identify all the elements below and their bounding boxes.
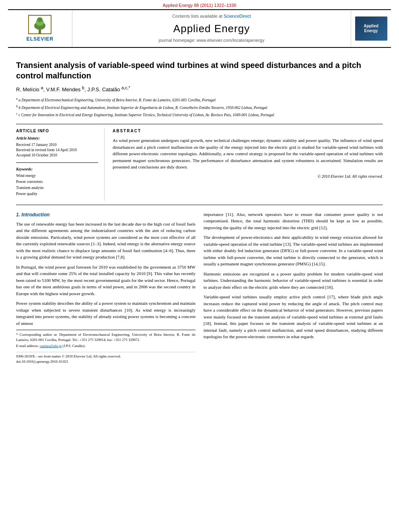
author-b-sup: b (82, 85, 84, 90)
footnote-text: * Corresponding author at: Department of… (16, 333, 195, 342)
authors-line: R. Melício a, V.M.F. Mendes b, J.P.S. Ca… (16, 85, 383, 94)
history-label: Article history: (16, 136, 98, 141)
email-line: E-mail address: catalao@ubi.pt (J.P.S. C… (16, 343, 195, 349)
revised-date: Received in revised form 14 April 2010 (16, 148, 98, 153)
body-left-col: 1. Introduction The use of renewable ene… (16, 211, 195, 365)
divider-1 (16, 124, 383, 124)
article-history: Article history: Received 17 January 201… (16, 136, 98, 158)
body-para-r2: The development of power-electronics and… (204, 234, 383, 267)
keywords-label: Keywords: (16, 167, 98, 172)
body-para-3: Power system stability describes the abi… (16, 300, 195, 327)
accepted-date: Accepted 10 October 2010 (16, 153, 98, 158)
section1-heading: 1. Introduction (16, 211, 195, 218)
article-info-heading: ARTICLE INFO (16, 128, 98, 134)
email-label: E-mail address: (16, 344, 39, 348)
svg-point-3 (37, 17, 43, 22)
journal-citation: Applied Energy 88 (2011) 1322–1330 (163, 3, 237, 8)
body-para-r1: importance [11]. Also, network operators… (204, 211, 383, 231)
article-info-panel: ARTICLE INFO Article history: Received 1… (16, 128, 105, 200)
abstract-heading: ABSTRACT (113, 128, 383, 134)
body-right-col: importance [11]. Also, network operators… (204, 211, 383, 365)
applied-energy-logo-section: AppliedEnergy (351, 10, 391, 47)
svg-point-4 (39, 30, 41, 31)
journal-bar: Applied Energy 88 (2011) 1322–1330 (0, 0, 399, 9)
divider-2 (16, 205, 383, 205)
abstract-text: As wind power generation undergoes rapid… (113, 137, 383, 170)
body-para-r3: Harmonic emissions are recognized as a p… (204, 271, 383, 291)
keyword-1: Wind energy (16, 173, 98, 179)
body-para-r4: Variable-speed wind turbines usually emp… (204, 294, 383, 340)
keyword-3: Transient analysis (16, 185, 98, 191)
affiliation-a: a a Department of Electromechanical Engi… (16, 97, 383, 103)
journal-homepage: journal homepage: www.elsevier.com/locat… (159, 37, 265, 43)
body-para-1: The use of renewable energy has been inc… (16, 221, 195, 261)
elsevier-logo-section: ELSEVIER (8, 10, 72, 47)
footnote-star: * Corresponding author at: Department of… (16, 332, 195, 342)
elsevier-wordmark: ELSEVIER (27, 36, 53, 43)
keywords-section: Keywords: Wind energy Power converters T… (16, 167, 98, 197)
affiliation-b: b b Department of Electrical Engineering… (16, 104, 383, 111)
email-link[interactable]: catalao@ubi.pt (39, 344, 62, 348)
keyword-2: Power converters (16, 179, 98, 185)
copyright-line: © 2010 Elsevier Ltd. All rights reserved… (113, 174, 383, 179)
science-direct-link[interactable]: ScienceDirect (224, 14, 251, 18)
footnote-section: * Corresponding author at: Department of… (16, 330, 195, 349)
journal-header: ELSEVIER Contents lists available at Sci… (8, 9, 391, 47)
affiliation-c: c c Center for Innovation in Electrical … (16, 111, 383, 118)
journal-header-center: Contents lists available at ScienceDirec… (72, 10, 351, 47)
applied-energy-logo: AppliedEnergy (355, 16, 387, 41)
email-who: (J.P.S. Catalão). (62, 344, 85, 348)
author-ac-sup: a,c,* (121, 85, 130, 90)
keyword-4: Power quality (16, 191, 98, 197)
body-para-2: In Portugal, the wind power goal foresee… (16, 264, 195, 297)
doi-section: 0306-2619/$ – see front matter © 2010 El… (16, 352, 195, 365)
affiliations: a a Department of Electromechanical Engi… (16, 97, 383, 118)
divider-info (16, 162, 98, 163)
journal-title: Applied Energy (173, 21, 250, 36)
author-a-sup: a (41, 85, 43, 90)
issn-line: 0306-2619/$ – see front matter © 2010 El… (16, 354, 195, 359)
contents-available-text: Contents lists available at ScienceDirec… (172, 13, 251, 19)
abstract-panel: ABSTRACT As wind power generation underg… (113, 128, 383, 200)
elsevier-tree-icon (28, 14, 52, 35)
keywords-list: Wind energy Power converters Transient a… (16, 173, 98, 197)
received-date: Received 17 January 2010 (16, 142, 98, 148)
doi-line: doi:10.1016/j.apenergy.2010.10.021 (16, 359, 195, 365)
article-title: Transient analysis of variable-speed win… (16, 60, 383, 81)
